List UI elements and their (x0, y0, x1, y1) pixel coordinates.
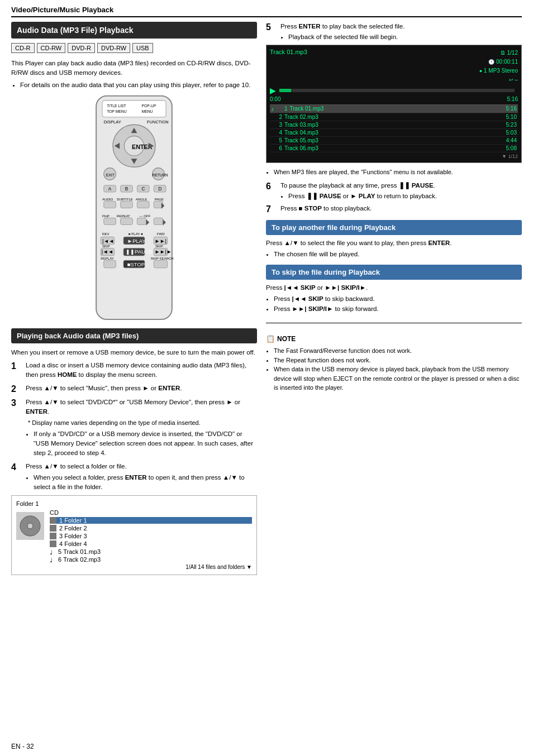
step-4-bullet-1: When you select a folder, press ENTER to… (34, 473, 257, 492)
screen-page-indicator: ▼ 1/12 (270, 154, 518, 159)
track-row-4: 5 Track 05.mp3 4:44 (270, 137, 518, 145)
progress-bar-wrapper (279, 87, 515, 94)
svg-text:►PLAY◄: ►PLAY◄ (128, 232, 143, 236)
svg-rect-64 (104, 260, 116, 268)
track-row-0: ♪ 1 Track 01.mp3 5:16 (270, 105, 518, 113)
svg-rect-67 (154, 260, 167, 268)
page: Video/Picture/Music Playback Audio Data … (0, 0, 533, 756)
track-name-2: Track 03.mp3 (284, 122, 500, 128)
svg-text:►PLAY: ►PLAY (127, 238, 146, 244)
remote-svg: TITLE LIST TOP MENU POP-UP MENU DISPLAY … (81, 94, 187, 322)
page-number: EN - 32 (11, 743, 34, 750)
step-4-bullets: When you select a folder, press ENTER to… (34, 473, 257, 492)
subsection1-title: To play another file during Playback (266, 220, 522, 235)
folder-item-0: 1 Folder 1 (50, 517, 252, 524)
progress-bar-fill (279, 89, 291, 92)
folder-item-2: 3 Folder 3 (50, 533, 252, 539)
step-7: 7 Press ■ STOP to stop playback. (266, 204, 522, 214)
step-4-content: Press ▲/▼ to select a folder or file. Wh… (26, 462, 257, 492)
step-3-bullets: If only a "DVD/CD" or a USB memory devic… (34, 429, 257, 458)
folder-icon-2 (50, 533, 56, 539)
subsection1-bullet: The chosen file will be played. (274, 250, 522, 259)
svg-text:DISPLAY: DISPLAY (104, 119, 121, 124)
intro-bullet: For details on the audio data that you c… (20, 80, 257, 90)
step-6-text: To pause the playback at any time, press… (280, 182, 435, 189)
svg-point-69 (27, 523, 33, 529)
badge-usb: USB (132, 43, 153, 53)
folder-item-4-name: Track 01.mp3 (63, 548, 101, 555)
svg-rect-32 (121, 201, 133, 208)
subsection2-bullet-0: Press |◄◄ SKIP to skip backward. (274, 294, 522, 304)
track-name-0: Track 01.mp3 (290, 106, 501, 112)
folder-cd-label: CD (50, 509, 252, 516)
media-badges: CD-R CD-RW DVD-R DVD-RW USB (11, 43, 257, 53)
track-name-1: Track 02.mp3 (284, 114, 500, 120)
step-5-text: Press ENTER to play back the selected fi… (280, 23, 404, 30)
screen-time-current: 0:00 (270, 96, 280, 102)
svg-text:►►|: ►►| (155, 238, 166, 244)
svg-text:TITLE LIST: TITLE LIST (107, 104, 126, 108)
svg-rect-33 (137, 201, 149, 208)
track-time-4: 4:44 (500, 137, 517, 143)
folder-item-5-name: Track 02.mp3 (63, 556, 101, 563)
play-indicator-icon: ▶ (270, 86, 276, 95)
screen-track-name: Track 01.mp3 (270, 49, 307, 84)
subsection2-bullet-1: Press ►►| SKIP/I► to skip forward. (274, 304, 522, 314)
note-list: The Fast Forward/Reverse function does n… (274, 346, 522, 393)
page-header: Video/Picture/Music Playback (11, 6, 522, 17)
track-name-4: Track 05.mp3 (284, 137, 500, 143)
svg-text:PAGE: PAGE (155, 197, 164, 201)
step-3-num: 3 (11, 398, 23, 408)
track-num-2: 3 (271, 122, 282, 128)
screen-top: Track 01.mp3 🖻 1/12 🕐 00:00:11 ● 1 MP3 S… (270, 49, 518, 84)
step-5-content: Press ENTER to play back the selected fi… (280, 22, 522, 42)
folder-footer: 1/All 14 files and folders ▼ (50, 564, 252, 570)
track-num-3: 4 (271, 130, 282, 136)
folder-icon-placeholder (16, 512, 44, 540)
folder-item-2-name: Folder 3 (64, 533, 87, 539)
folder-diagram: Folder 1 CD (11, 495, 257, 575)
step-3-content: Press ▲/▼ to select "DVD/CD*" or "USB Me… (26, 398, 257, 458)
svg-rect-39 (104, 218, 116, 224)
badge-cdr: CD-R (11, 43, 35, 53)
music-icon-5: ♩ (50, 557, 55, 562)
folder-item-5-num: 6 (58, 556, 61, 563)
right-column: 5 Press ENTER to play back the selected … (266, 22, 522, 575)
svg-rect-43 (154, 218, 163, 224)
folder-item-4: ♩ 5 Track 01.mp3 (50, 548, 252, 555)
step-3-bullet-1: If only a "DVD/CD" or a USB memory devic… (34, 429, 257, 458)
folder-item-1-num: 2 (59, 525, 63, 532)
note-item-2: When data in the USB memory device is pl… (274, 365, 522, 393)
svg-text:SKIP: SKIP (155, 244, 163, 248)
track-time-2: 5:23 (500, 122, 517, 128)
folder-title: Folder 1 (16, 500, 252, 507)
svg-text:FUNCTION: FUNCTION (147, 119, 169, 124)
track-name-5: Track 06.mp3 (284, 145, 500, 151)
subsection1-text: Press ▲/▼ to select the file you want to… (266, 238, 522, 260)
screen-note-text: When MP3 files are played, the "Function… (274, 168, 522, 177)
note-heading: 📋 NOTE (266, 333, 522, 344)
folder-item-1-name: Folder 2 (64, 525, 87, 532)
folder-item-3-num: 4 (59, 540, 63, 547)
intro-para: This Player can play back audio data (MP… (11, 60, 251, 76)
step-4-num: 4 (11, 462, 23, 472)
svg-text:■STOP: ■STOP (127, 261, 145, 267)
track-time-5: 5:08 (500, 145, 517, 151)
track-name-3: Track 04.mp3 (284, 130, 500, 136)
step-6-bullet: Press ❚❚ PAUSE or ► PLAY to return to pl… (288, 192, 522, 201)
step-6: 6 To pause the playback at any time, pre… (266, 181, 522, 202)
main-title-box: Audio Data (MP3 File) Playback (11, 22, 257, 39)
folder-item-4-num: 5 (58, 548, 61, 555)
step-4: 4 Press ▲/▼ to select a folder or file. … (11, 462, 257, 492)
step-2-text: Press ▲/▼ to select "Music", then press … (26, 385, 182, 391)
subsection2-text1: Press |◄◄ SKIP or ►►| SKIP/I►. (266, 284, 368, 291)
svg-text:|◄◄: |◄◄ (102, 248, 113, 255)
step-1-content: Load a disc or insert a USB memory devic… (26, 361, 257, 380)
svg-text:MENU: MENU (142, 109, 153, 113)
remote-image: TITLE LIST TOP MENU POP-UP MENU DISPLAY … (11, 94, 257, 322)
badge-cdrw: CD-RW (37, 43, 66, 53)
folder-item-3-name: Folder 4 (64, 540, 87, 547)
svg-text:FWD: FWD (157, 232, 165, 236)
svg-rect-40 (121, 218, 133, 224)
playback-screen: Track 01.mp3 🖻 1/12 🕐 00:00:11 ● 1 MP3 S… (266, 45, 522, 163)
